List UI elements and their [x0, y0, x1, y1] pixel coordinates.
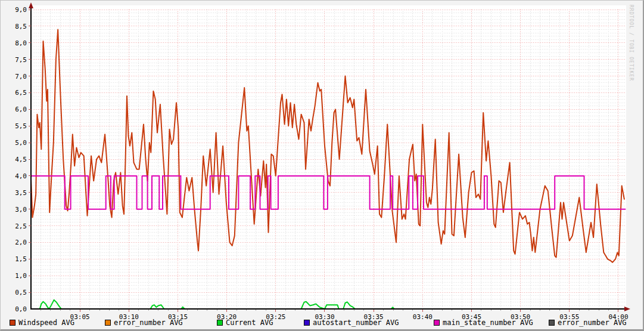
x-axis-label: 03:20	[217, 313, 237, 321]
rrdtool-graph: 0,00,51,01,52,02,53,03,54,04,55,05,56,06…	[0, 0, 644, 331]
y-axis-label: 0,0	[15, 305, 27, 313]
y-axis-label: 7,5	[15, 56, 27, 64]
y-axis-label: 6,5	[15, 89, 27, 97]
watermark-text: RRDTOOL / TOBI OETIKER	[629, 5, 634, 81]
y-axis-label: 5,5	[15, 122, 27, 130]
y-axis-label: 9,0	[15, 6, 27, 14]
y-axis-label: 1,5	[15, 255, 27, 263]
chart-canvas: 0,00,51,01,52,02,53,03,54,04,55,05,56,06…	[1, 1, 644, 331]
plot-area	[31, 5, 626, 309]
y-axis-label: 3,0	[15, 206, 27, 214]
y-axis-label: 2,0	[15, 239, 27, 246]
x-axis-label: 03:30	[315, 313, 334, 321]
x-axis-label: 03:35	[364, 313, 384, 321]
y-axis-label: 7,0	[15, 73, 27, 81]
x-axis-label: 03:55	[559, 313, 579, 321]
y-axis-label: 8,0	[15, 39, 27, 47]
y-axis-label: 6,0	[15, 106, 27, 113]
y-axis-label: 4,0	[15, 172, 27, 180]
x-axis-label: 03:10	[119, 313, 139, 321]
x-axis-label: 03:15	[168, 313, 188, 321]
x-axis-label: 03:40	[413, 313, 433, 321]
x-axis-arrow-icon	[624, 307, 630, 311]
x-axis-label: 03:45	[462, 313, 481, 321]
y-axis-label: 1,0	[15, 272, 27, 280]
x-axis-label: 04:00	[608, 313, 628, 321]
y-axis-label: 2,5	[15, 222, 27, 230]
y-axis-label: 5,0	[15, 139, 27, 147]
y-axis-label: 4,5	[15, 156, 27, 163]
x-axis-label: 03:05	[70, 313, 90, 321]
x-axis-label: 03:50	[511, 313, 530, 321]
x-axis-label: 03:25	[266, 313, 285, 321]
y-axis-label: 3,5	[15, 189, 27, 197]
y-axis-label: 8,5	[15, 23, 27, 30]
y-axis-label: 0,5	[15, 289, 27, 296]
